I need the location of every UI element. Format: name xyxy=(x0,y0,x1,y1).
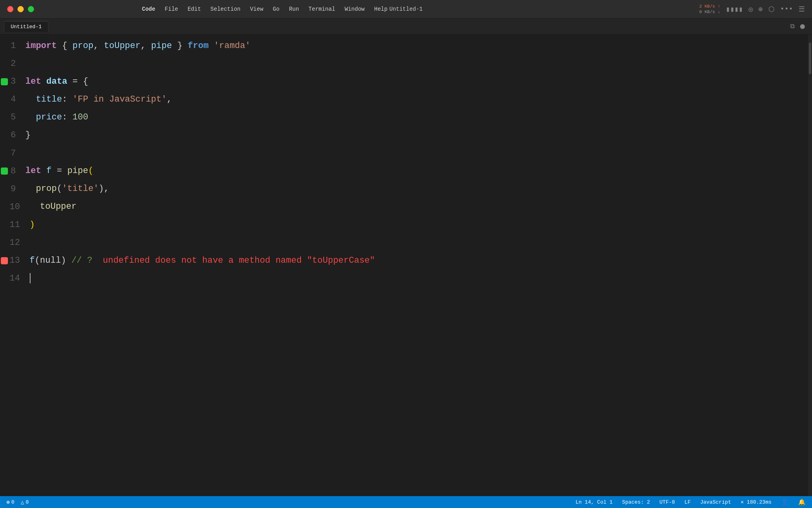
line-9: 9 prop('title'), xyxy=(0,180,808,198)
line-12: 12 xyxy=(0,234,808,252)
warning-icon: △ xyxy=(21,499,24,506)
editor-body: 1 import { prop, toUpper, pipe } from 'r… xyxy=(0,35,812,496)
menu-file[interactable]: File xyxy=(161,4,182,14)
menu-edit[interactable]: Edit xyxy=(184,4,205,14)
line-num-10: 10 xyxy=(0,198,26,216)
code-14 xyxy=(26,270,31,287)
traffic-lights xyxy=(7,6,34,12)
line-13: 13 f(null) // ? undefined does not have … xyxy=(0,252,808,269)
line-6: 6 } xyxy=(0,126,808,144)
line-num-7: 7 xyxy=(0,144,22,162)
line-4: 4 title: 'FP in JavaScript', xyxy=(0,90,808,108)
line-num-14: 14 xyxy=(0,269,26,287)
split-editor-icon[interactable]: ⧉ xyxy=(790,23,795,30)
person-icon: 👤 xyxy=(781,498,789,506)
menu-run[interactable]: Run xyxy=(285,4,303,14)
line-7: 7 xyxy=(0,144,808,162)
editor-container: Code File Edit Selection View Go Run Ter… xyxy=(0,0,812,508)
code-8: let f = pipe( xyxy=(22,163,94,179)
status-right: Ln 14, Col 1 Spaces: 2 UTF-8 LF JavaScri… xyxy=(575,498,806,506)
code-11: ) xyxy=(26,217,34,233)
list-icon: ☰ xyxy=(799,5,805,13)
status-left: ⊗ 0 △ 0 xyxy=(6,499,29,506)
breakpoint-13 xyxy=(1,257,8,264)
line-3: 3 let data = { xyxy=(0,73,808,90)
menu-view[interactable]: View xyxy=(246,4,267,14)
titlebar: Code File Edit Selection View Go Run Ter… xyxy=(0,0,812,19)
network-info: 2 KB/s ↑ 0 KB/s ↓ xyxy=(699,4,720,15)
code-10: toUpper xyxy=(26,198,77,215)
indentation[interactable]: Spaces: 2 xyxy=(622,499,650,505)
cursor-position[interactable]: Ln 14, Col 1 xyxy=(575,499,613,505)
code-editor[interactable]: 1 import { prop, toUpper, pipe } from 'r… xyxy=(0,35,808,496)
wifi-icon: ◎ xyxy=(749,5,753,13)
menu-selection[interactable]: Selection xyxy=(207,4,245,14)
dot-icon xyxy=(800,24,805,29)
minimize-button[interactable] xyxy=(17,6,24,12)
window-title: Untitled-1 xyxy=(389,6,423,12)
line-num-2: 2 xyxy=(0,55,22,73)
code-1: import { prop, toUpper, pipe } from 'ram… xyxy=(22,38,251,54)
tab-bar-right: ⧉ xyxy=(790,23,812,30)
line-ending[interactable]: LF xyxy=(684,499,691,505)
line-10: 10 toUpper xyxy=(0,198,808,216)
tag-icon: ⬡ xyxy=(768,5,775,13)
line-1: 1 import { prop, toUpper, pipe } from 'r… xyxy=(0,37,808,55)
menu-help[interactable]: Help xyxy=(370,4,392,14)
menu-go[interactable]: Go xyxy=(269,4,283,14)
line-num-9: 9 xyxy=(0,180,22,198)
line-num-12: 12 xyxy=(0,234,26,252)
close-button[interactable] xyxy=(7,6,13,12)
line-num-5: 5 xyxy=(0,108,22,126)
line-5: 5 price: 100 xyxy=(0,108,808,126)
status-bar: ⊗ 0 △ 0 Ln 14, Col 1 Spaces: 2 UTF-8 LF … xyxy=(0,496,812,508)
menu-terminal[interactable]: Terminal xyxy=(304,4,339,14)
scrollbar[interactable] xyxy=(808,35,812,496)
language-mode[interactable]: JavaScript xyxy=(700,499,731,505)
code-13: f(null) // ? undefined does not have a m… xyxy=(26,252,375,269)
menu-window[interactable]: Window xyxy=(341,4,368,14)
line-num-1: 1 xyxy=(0,37,22,55)
tab-untitled1[interactable]: Untitled-1 xyxy=(4,21,48,32)
code-6: } xyxy=(22,127,31,144)
breakpoint-8 xyxy=(1,167,8,175)
code-9: prop('title'), xyxy=(22,181,109,197)
error-count[interactable]: ⊗ 0 xyxy=(6,499,14,506)
execution-time: ✕ 180.23ms xyxy=(741,499,772,505)
titlebar-left xyxy=(0,6,127,12)
line-num-11: 11 xyxy=(0,216,26,234)
line-num-6: 6 xyxy=(0,126,22,144)
more-icon: ••• xyxy=(780,5,793,13)
tab-bar: Untitled-1 ⧉ xyxy=(0,19,812,35)
line-num-4: 4 xyxy=(0,90,22,108)
breakpoint-3 xyxy=(1,78,8,85)
line-14: 14 xyxy=(0,269,808,287)
code-5: price: 100 xyxy=(22,109,88,126)
maximize-button[interactable] xyxy=(28,6,34,12)
line-8: 8 let f = pipe( xyxy=(0,162,808,180)
titlebar-right: 2 KB/s ↑ 0 KB/s ↓ ▮▮▮▮ ◎ ⊕ ⬡ ••• ☰ xyxy=(699,4,812,15)
error-icon: ⊗ xyxy=(6,499,10,506)
line-2: 2 xyxy=(0,55,808,73)
menu-apple[interactable] xyxy=(127,8,136,11)
encoding[interactable]: UTF-8 xyxy=(659,499,675,505)
battery-icon: ▮▮▮▮ xyxy=(726,5,743,13)
bell-icon: 🔔 xyxy=(798,498,806,506)
code-3: let data = { xyxy=(22,73,88,90)
warning-count[interactable]: △ 0 xyxy=(21,499,29,506)
code-4: title: 'FP in JavaScript', xyxy=(22,91,172,108)
scrollbar-thumb[interactable] xyxy=(809,42,811,74)
line-11: 11 ) xyxy=(0,216,808,234)
clock-icon: ⊕ xyxy=(758,5,763,13)
menu-code[interactable]: Code xyxy=(138,4,159,14)
